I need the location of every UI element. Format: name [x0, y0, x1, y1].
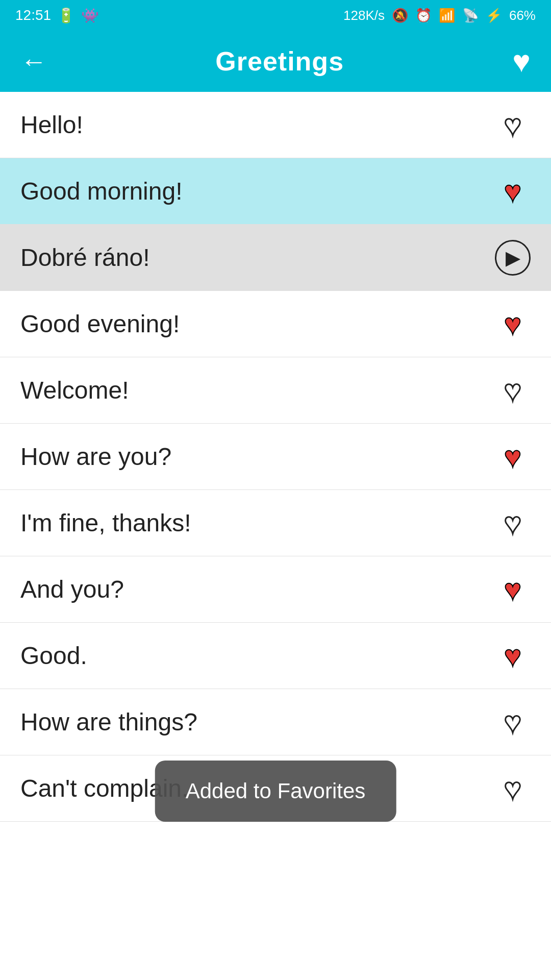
back-button[interactable]: ←	[20, 46, 47, 77]
list-item[interactable]: Good.♥	[0, 623, 551, 689]
item-text: Hello!	[20, 111, 83, 139]
item-text: Good morning!	[20, 177, 183, 205]
status-time: 12:51	[15, 7, 51, 23]
network-speed: 128K/s	[343, 8, 385, 23]
battery-percent: 66%	[509, 8, 536, 23]
list-item[interactable]: How are things?♥	[0, 689, 551, 755]
list-item[interactable]: How are you?♥	[0, 424, 551, 490]
favorite-button[interactable]: ♥	[495, 307, 531, 341]
charging-icon: ⚡	[486, 8, 502, 23]
header-favorite-icon[interactable]: ♥	[512, 44, 531, 79]
list-item[interactable]: Good morning!♥	[0, 158, 551, 225]
item-text: I'm fine, thanks!	[20, 509, 191, 537]
battery-icon: 🔋	[57, 7, 75, 24]
list-item[interactable]: Dobré ráno!▶	[0, 225, 551, 291]
status-right: 128K/s 🔕 ⏰ 📶 📡 ⚡ 66%	[343, 8, 536, 23]
favorite-button[interactable]: ♥	[495, 771, 531, 805]
status-left: 12:51 🔋 👾	[15, 7, 99, 24]
item-text: Welcome!	[20, 376, 129, 404]
page-title: Greetings	[215, 46, 344, 77]
toast-message: Added to Favorites	[186, 779, 366, 803]
favorite-button[interactable]: ♥	[495, 639, 531, 673]
toast-notification: Added to Favorites	[155, 761, 396, 822]
favorite-button[interactable]: ♥	[495, 373, 531, 407]
item-text: How are things?	[20, 708, 197, 736]
alarm-icon: ⏰	[415, 8, 432, 23]
wifi-icon: 📶	[439, 8, 455, 23]
list-item[interactable]: Welcome!♥	[0, 357, 551, 424]
favorite-button[interactable]: ♥	[495, 572, 531, 606]
list-item[interactable]: And you?♥	[0, 556, 551, 623]
signal-icon: 📡	[462, 8, 479, 23]
list-item[interactable]: I'm fine, thanks!♥	[0, 490, 551, 556]
list-item[interactable]: Good evening!♥	[0, 291, 551, 357]
item-text: Good.	[20, 642, 87, 670]
favorite-button[interactable]: ♥	[495, 705, 531, 739]
favorite-button[interactable]: ♥	[495, 439, 531, 474]
favorite-button[interactable]: ♥	[495, 174, 531, 208]
favorite-button[interactable]: ♥	[495, 108, 531, 142]
item-text: Dobré ráno!	[20, 243, 149, 272]
item-text: Good evening!	[20, 310, 180, 338]
favorite-button[interactable]: ♥	[495, 506, 531, 540]
status-bar: 12:51 🔋 👾 128K/s 🔕 ⏰ 📶 📡 ⚡ 66%	[0, 0, 551, 31]
play-button[interactable]: ▶	[495, 240, 531, 276]
app-bar: ← Greetings ♥	[0, 31, 551, 92]
item-text: And you?	[20, 575, 124, 603]
notification-icon: 👾	[81, 7, 99, 24]
phrases-list: Hello!♥Good morning!♥Dobré ráno!▶Good ev…	[0, 92, 551, 822]
mute-icon: 🔕	[392, 8, 408, 23]
item-text: How are you?	[20, 443, 171, 471]
list-item[interactable]: Hello!♥	[0, 92, 551, 158]
